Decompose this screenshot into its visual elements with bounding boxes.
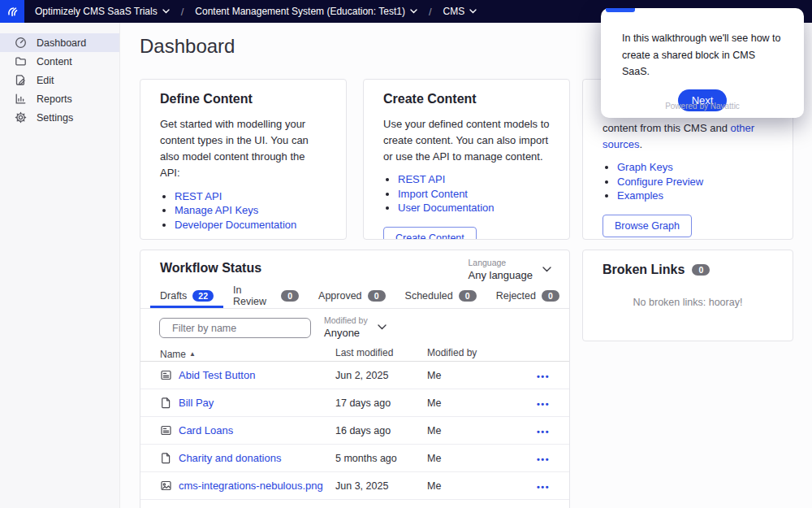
in-review-count-badge: 0 (281, 290, 299, 302)
column-header-modified-by[interactable]: Modified by (427, 347, 516, 361)
chevron-down-icon (469, 9, 477, 14)
chevron-down-icon (410, 9, 417, 14)
row-last-modified: Jun 2, 2025 (335, 370, 427, 381)
tab-drafts[interactable]: Drafts 22 (150, 286, 223, 308)
column-header-name[interactable]: Name ▲ (160, 347, 335, 361)
table-row: cms-integrations-nebulous.png Jun 3, 202… (140, 472, 569, 500)
language-selector[interactable]: Language Any language (468, 258, 551, 281)
chevron-down-icon (378, 324, 387, 330)
modified-by-selector[interactable]: Modified by Anyone (324, 315, 387, 339)
approved-count-badge: 0 (368, 290, 386, 302)
graph-card-links: Graph Keys Configure Preview Examples (617, 161, 773, 202)
tab-scheduled[interactable]: Scheduled 0 (395, 286, 486, 308)
sidebar-item-reports[interactable]: Reports (0, 89, 119, 108)
row-name-link[interactable]: Card Loans (179, 424, 233, 436)
table-row: Abid Test Button Jun 2, 2025 Me (140, 362, 569, 389)
chevron-down-icon (542, 267, 551, 272)
define-content-card: Define Content Get started with modellin… (140, 79, 347, 240)
language-label: Language (468, 258, 533, 267)
row-menu-icon[interactable] (537, 399, 550, 409)
walkthrough-progress-bar (606, 8, 635, 12)
sort-ascending-icon: ▲ (189, 350, 196, 358)
row-menu-icon[interactable] (537, 482, 550, 492)
row-name-link[interactable]: cms-integrations-nebulous.png (179, 480, 323, 492)
filter-by-name-input[interactable] (172, 323, 303, 334)
link-configure-preview[interactable]: Configure Preview (617, 176, 703, 188)
sidebar-item-label: Content (37, 56, 72, 67)
sidebar-item-edit[interactable]: Edit (0, 71, 119, 89)
link-examples[interactable]: Examples (617, 189, 663, 202)
row-name-link[interactable]: Bill Pay (179, 397, 214, 409)
define-content-body: Get started with modelling your content … (160, 116, 326, 182)
link-import-content[interactable]: Import Content (398, 188, 468, 200)
row-name-link[interactable]: Abid Test Button (179, 369, 255, 381)
row-name-link[interactable]: Charity and donations (179, 452, 281, 464)
rejected-count-badge: 0 (542, 290, 559, 302)
create-content-button[interactable]: Create Content (383, 227, 477, 240)
create-content-title: Create Content (383, 92, 550, 106)
breadcrumb-org[interactable]: Optimizely CMS SaaS Trials (35, 6, 170, 17)
row-modified-by: Me (427, 453, 516, 464)
link-user-documentation[interactable]: User Documentation (398, 202, 495, 214)
drafts-count-badge: 22 (192, 290, 214, 302)
modified-by-value: Anyone (324, 327, 368, 339)
define-content-title: Define Content (160, 92, 326, 106)
workflow-tabs: Drafts 22 In Review 0 Approved 0 Schedul… (150, 286, 569, 308)
link-developer-documentation[interactable]: Developer Documentation (175, 219, 296, 231)
breadcrumb-org-label: Optimizely CMS SaaS Trials (35, 6, 158, 17)
breadcrumb: Optimizely CMS SaaS Trials / Content Man… (35, 6, 477, 18)
broken-links-title: Broken Links (603, 263, 685, 277)
row-modified-by: Me (427, 397, 516, 409)
tab-in-review[interactable]: In Review 0 (223, 286, 309, 308)
row-menu-icon[interactable] (537, 427, 550, 436)
row-modified-by: Me (427, 425, 516, 436)
table-row: Card Loans 16 days ago Me (140, 417, 569, 445)
row-menu-icon[interactable] (537, 454, 550, 464)
sidebar-item-label: Settings (37, 112, 73, 124)
link-graph-keys[interactable]: Graph Keys (617, 161, 673, 173)
breadcrumb-app-label: CMS (443, 6, 465, 17)
browse-graph-button[interactable]: Browse Graph (603, 215, 692, 237)
row-modified-by: Me (427, 480, 516, 492)
gauge-icon (15, 37, 27, 49)
page-title: Dashboard (140, 35, 235, 58)
filter-field (159, 318, 311, 338)
create-content-links: REST API Import Content User Documentati… (398, 173, 550, 214)
sidebar-item-label: Dashboard (37, 37, 86, 49)
column-header-last-modified[interactable]: Last modified (335, 347, 427, 361)
row-last-modified: 16 days ago (335, 425, 427, 436)
table-row: Bill Pay 17 days ago Me (140, 389, 569, 417)
row-menu-icon[interactable] (537, 371, 550, 381)
create-content-card: Create Content Use your defined content … (363, 79, 570, 240)
optimizely-logo[interactable] (0, 0, 24, 23)
modified-by-label: Modified by (324, 315, 368, 325)
block-icon (160, 369, 172, 381)
link-rest-api[interactable]: REST API (398, 173, 445, 185)
table-row: Charity and donations 5 months ago Me (140, 445, 569, 472)
broken-links-empty-text: No broken links: hooray! (583, 297, 793, 308)
reports-icon (15, 93, 27, 105)
tab-rejected[interactable]: Rejected 0 (486, 286, 569, 308)
graph-card-body: content from this CMS and other sources. (603, 120, 773, 153)
sidebar: Dashboard Content Edit Reports (0, 23, 120, 508)
breadcrumb-app[interactable]: CMS (443, 6, 477, 17)
sidebar-item-dashboard[interactable]: Dashboard (0, 33, 119, 52)
link-rest-api[interactable]: REST API (175, 190, 222, 202)
create-content-body: Use your defined content models to creat… (383, 116, 550, 165)
sidebar-item-content[interactable]: Content (0, 52, 119, 71)
workflow-status-card: Workflow Status Language Any language Dr… (140, 250, 570, 508)
row-last-modified: 17 days ago (335, 397, 427, 409)
folder-icon (15, 55, 27, 67)
link-manage-api-keys[interactable]: Manage API Keys (175, 204, 258, 216)
image-icon (160, 480, 172, 492)
workflow-status-title: Workflow Status (160, 261, 261, 276)
breadcrumb-separator: / (179, 6, 187, 18)
tab-approved[interactable]: Approved 0 (309, 286, 395, 308)
broken-links-card: Broken Links 0 No broken links: hooray! (582, 250, 793, 341)
walkthrough-footer: Powered by Navattic (601, 102, 804, 111)
breadcrumb-project[interactable]: Content Management System (Education: Te… (195, 6, 417, 17)
sidebar-item-settings[interactable]: Settings (0, 108, 119, 127)
broken-links-count-badge: 0 (692, 264, 710, 276)
breadcrumb-separator: / (426, 6, 434, 18)
walkthrough-popup: In this walkthrough we'll see how to cre… (601, 8, 804, 118)
